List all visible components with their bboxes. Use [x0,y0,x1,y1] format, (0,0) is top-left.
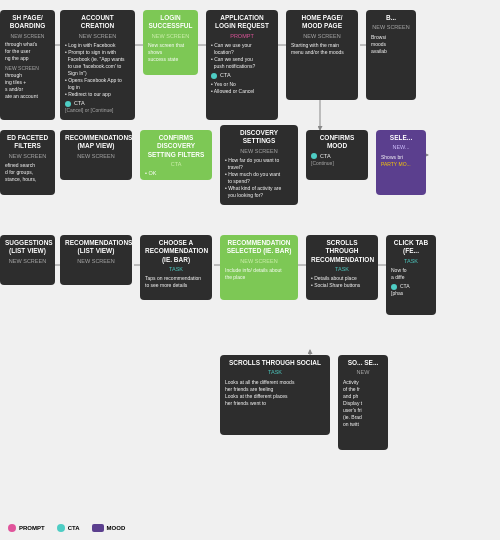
login-node: LOGIN SUCCESSFUL NEW SCREEN New screen t… [143,10,198,75]
scrolls-social-node: SCROLLS THROUGH SOCIAL TASK Looks at all… [220,355,330,435]
cta-label: CTA [74,100,85,107]
so-se-node: SO... SE... NEW Activity of the fr and p… [338,355,388,450]
prompt-dot [8,524,16,532]
home-node: HOME PAGE/ MOOD PAGE NEW SCREEN Starting… [286,10,358,100]
legend: PROMPT CTA MOOD [8,524,125,532]
app-login-node: APPLICATION LOGIN REQUEST PROMPT • Can w… [206,10,278,120]
confirms-mood-node: CONFIRMS MOOD CTA [Continue] [306,130,368,180]
cta-label: CTA [68,525,80,531]
click-tab-node: CLICK TAB (FE... TASK Now fo a diffe CTA… [386,235,436,315]
choose-recommendation-node: CHOOSE A RECOMMENDATION (IE. BAR) TASK T… [140,235,212,300]
prompt-label: PROMPT [19,525,45,531]
recommendation-selected-node: RECOMMENDATION SELECTED (IE. BAR) NEW SC… [220,235,298,300]
recommendations-list-node: RECOMMENDATIONS (LIST VIEW) NEW SCREEN [60,235,132,285]
legend-prompt: PROMPT [8,524,45,532]
cta-dot2 [211,73,217,79]
refined-node: ED FACETED FILTERS NEW SCREEN efined sea… [0,130,55,195]
cta-dot3 [311,153,317,159]
browse-node: B... NEW SCREEN Browsi moods availab [366,10,416,100]
scrolls-recommendation-node: SCROLLS THROUGH RECOMMENDATION TASK • De… [306,235,378,300]
legend-mood: MOOD [92,524,126,532]
cta-dot [65,101,71,107]
recommendations-map-node: RECOMMENDATIONS (MAP VIEW) NEW SCREEN [60,130,132,180]
confirms-discovery-node: CONFIRMS DISCOVERY SETTING FILTERS CTA •… [140,130,212,180]
mood-rect [92,524,104,532]
legend-cta: CTA [57,524,80,532]
discovery-settings-node: DISCOVERY SETTINGS NEW SCREEN • How far … [220,125,298,205]
account-node: ACCOUNT CREATION NEW SCREEN • Log in wit… [60,10,135,120]
suggestions-list-node: SUGGESTIONS (LIST VIEW) NEW SCREEN [0,235,55,285]
cta-legend-dot [57,524,65,532]
cta-dot4 [391,284,397,290]
mood-label: MOOD [107,525,126,531]
splash-node: SH PAGE/ BOARDING NEW SCREEN through wha… [0,10,55,120]
select-node: SELE... NEW... Shows bri PARTY MO... [376,130,426,195]
flow-diagram: SH PAGE/ BOARDING NEW SCREEN through wha… [0,0,500,540]
